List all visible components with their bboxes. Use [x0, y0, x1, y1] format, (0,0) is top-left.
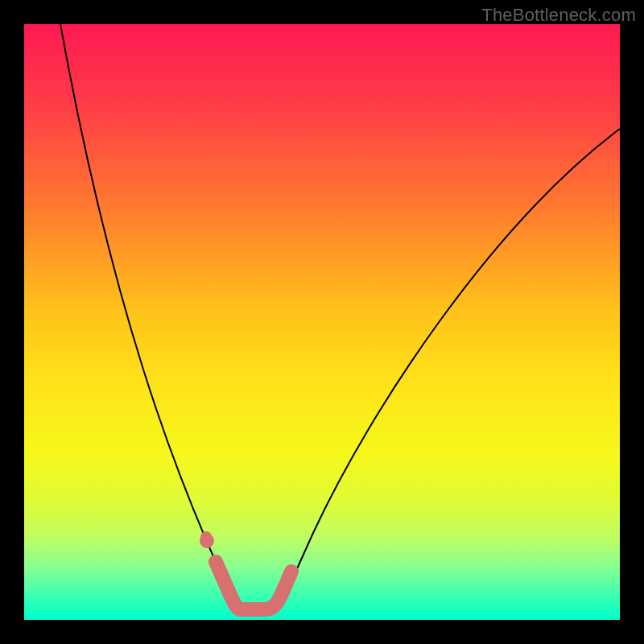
chart-svg	[24, 24, 620, 620]
plot-area	[24, 24, 620, 620]
highlight-dot	[200, 531, 212, 543]
watermark-text: TheBottleneck.com	[481, 5, 636, 26]
highlight-band	[207, 541, 291, 609]
bottleneck-curve	[60, 24, 620, 609]
